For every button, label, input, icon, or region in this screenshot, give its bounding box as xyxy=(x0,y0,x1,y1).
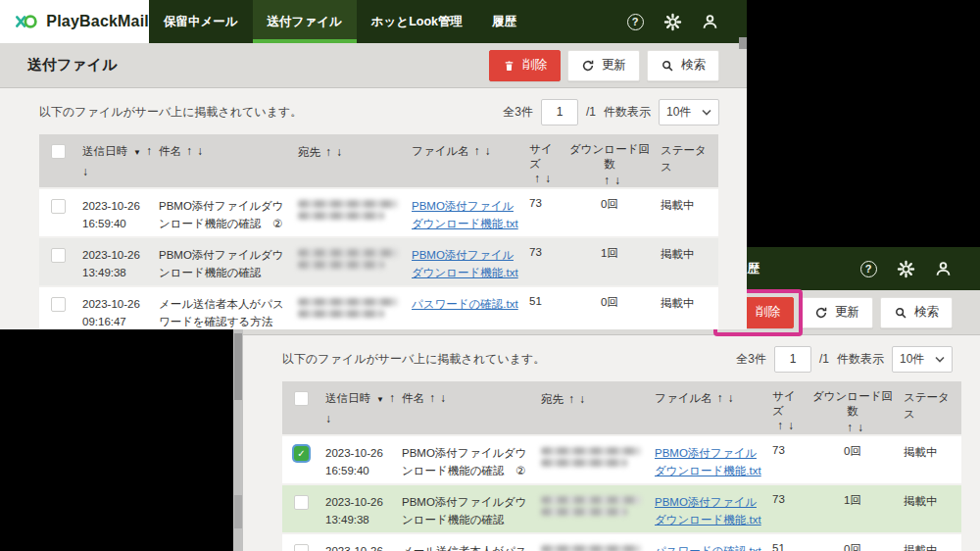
refresh-button[interactable]: 更新 xyxy=(801,297,873,328)
sort-asc-icon[interactable]: ↑ xyxy=(186,144,192,158)
table-row: 2023-10-26 09:16:47 メール送信者本人がパスワードを確認する方… xyxy=(282,534,961,551)
row-checkbox[interactable] xyxy=(51,248,66,263)
sort-asc-icon[interactable]: ↑ xyxy=(568,392,574,406)
col-header-subject: 件名↑↓ xyxy=(159,142,298,161)
table-row: 2023-10-26 13:49:38 PBMO添付ファイルダウンロード機能の確… xyxy=(282,485,961,532)
sort-desc-icon[interactable]: ↓ xyxy=(440,391,446,405)
cell-subject: メール送信者本人がパスワードを確認する方法 xyxy=(159,295,298,329)
sort-asc-icon[interactable]: ↑ xyxy=(389,391,395,405)
delete-button[interactable]: 削除 xyxy=(489,50,561,81)
sort-asc-icon[interactable]: ↑ xyxy=(847,421,853,434)
help-icon[interactable]: ? xyxy=(858,259,878,278)
sort-desc-icon[interactable]: ↓ xyxy=(545,172,551,185)
cell-subject: PBMO添付ファイルダウンロード機能の確認 xyxy=(402,493,541,529)
file-link[interactable]: PBMO添付ファイルダウンロード機能.txt xyxy=(655,496,761,526)
sort-asc-icon[interactable]: ↑ xyxy=(474,144,480,158)
search-button[interactable]: 検索 xyxy=(880,297,953,328)
sort-desc-icon[interactable]: ↓ xyxy=(728,391,734,405)
file-link[interactable]: パスワードの確認.txt xyxy=(655,545,761,551)
cell-status: 掲載中 xyxy=(661,246,718,263)
col-header-recipient: 宛先↑↓ xyxy=(298,142,412,160)
col-header-filename: ファイル名↑↓ xyxy=(412,142,529,161)
trash-icon xyxy=(503,59,515,73)
file-link[interactable]: パスワードの確認.txt xyxy=(412,298,518,310)
col-header-size: サイズ↑↓ xyxy=(529,142,564,185)
intro-text: 以下のファイルがサーバ上に掲載されています。 xyxy=(282,351,545,368)
cell-sent-datetime: 2023-10-26 09:16:47 xyxy=(325,542,402,551)
page-number-input[interactable] xyxy=(774,346,811,373)
gear-icon[interactable] xyxy=(662,12,682,31)
row-checkbox[interactable] xyxy=(294,495,309,510)
cell-size: 73 xyxy=(529,246,564,258)
file-link[interactable]: PBMO添付ファイルダウンロード機能.txt xyxy=(655,447,761,476)
sort-asc-icon[interactable]: ↑ xyxy=(604,174,610,187)
refresh-icon xyxy=(814,306,828,320)
cell-downloads: 0回 xyxy=(564,197,661,212)
scrollbar-thumb[interactable] xyxy=(234,495,242,528)
row-checkbox[interactable] xyxy=(51,297,66,312)
sort-desc-icon[interactable]: ↓ xyxy=(788,419,794,432)
col-header-filename: ファイル名↑↓ xyxy=(655,389,772,408)
per-page-select[interactable]: 10件 xyxy=(892,346,953,373)
cell-sent-datetime: 2023-10-26 13:49:38 xyxy=(82,246,159,282)
sort-asc-icon[interactable]: ↑ xyxy=(777,419,783,432)
cell-status: 掲載中 xyxy=(661,197,718,214)
gear-icon[interactable] xyxy=(896,259,915,278)
cell-subject: PBMO添付ファイルダウンロード機能の確認 ② xyxy=(159,197,298,233)
tab-hotlook[interactable]: ホッとLook管理 xyxy=(357,0,477,43)
sort-desc-icon[interactable]: ↓ xyxy=(858,421,863,434)
search-button[interactable]: 検索 xyxy=(647,50,719,81)
help-icon[interactable]: ? xyxy=(625,12,645,31)
total-count: 全3件 xyxy=(503,104,533,121)
select-all-checkbox[interactable] xyxy=(294,391,309,406)
tab-pending-mail[interactable]: 保留中メール xyxy=(149,0,253,43)
file-link[interactable]: PBMO添付ファイルダウンロード機能.txt xyxy=(412,200,518,229)
row-checkbox-checked[interactable]: ✓ xyxy=(294,446,309,461)
col-header-status: ステータス xyxy=(661,142,718,176)
sort-desc-icon[interactable]: ↓ xyxy=(614,174,620,187)
brand-logo-icon xyxy=(14,11,39,32)
sort-desc-icon[interactable]: ↓ xyxy=(336,145,342,159)
sort-asc-icon[interactable]: ↑ xyxy=(325,145,331,159)
refresh-icon xyxy=(581,59,595,73)
cell-size: 73 xyxy=(529,197,564,209)
col-header-size: サイズ↑↓ xyxy=(772,389,808,432)
table-row: 2023-10-26 09:16:47 メール送信者本人がパスワードを確認する方… xyxy=(39,287,718,329)
sort-desc-icon[interactable]: ↓ xyxy=(197,144,203,158)
cell-size: 73 xyxy=(772,444,808,456)
cell-sent-datetime: 2023-10-26 09:16:47 xyxy=(82,295,159,329)
cell-downloads: 0回 xyxy=(564,295,661,310)
select-all-checkbox[interactable] xyxy=(51,144,66,159)
refresh-button[interactable]: 更新 xyxy=(567,50,640,81)
cell-recipient-redacted xyxy=(298,246,412,269)
scrollbar-thumb[interactable] xyxy=(739,37,747,49)
row-checkbox[interactable] xyxy=(294,544,309,551)
sort-desc-icon[interactable]: ↓ xyxy=(485,144,491,158)
cell-status: 掲載中 xyxy=(904,493,961,510)
sort-desc-icon[interactable]: ↓ xyxy=(325,412,331,426)
sort-desc-icon[interactable]: ↓ xyxy=(82,165,88,178)
user-icon[interactable] xyxy=(700,12,719,31)
scrollbar-thumb[interactable] xyxy=(234,333,242,400)
sort-asc-icon[interactable]: ↑ xyxy=(717,391,723,405)
screenshot-main: PlayBackMail 保留中メール 送付ファイル ホッとLook管理 履歴 … xyxy=(0,0,747,329)
sort-asc-icon[interactable]: ↑ xyxy=(146,144,152,158)
file-link[interactable]: PBMO添付ファイルダウンロード機能.txt xyxy=(412,249,518,278)
tab-history[interactable]: 履歴 xyxy=(477,0,531,43)
per-page-select[interactable]: 10件 xyxy=(659,99,719,125)
per-page-label: 件数表示 xyxy=(604,104,651,121)
page-header: 送付ファイル 削除 更新 検索 xyxy=(0,43,747,88)
row-checkbox[interactable] xyxy=(51,199,66,214)
cell-downloads: 1回 xyxy=(564,246,661,261)
page-title: 送付ファイル xyxy=(27,56,117,75)
page-number-input[interactable] xyxy=(541,99,578,125)
user-icon[interactable] xyxy=(933,259,953,278)
sort-asc-icon[interactable]: ↑ xyxy=(429,391,435,405)
col-header-downloads: ダウンロード回数↑↓ xyxy=(564,142,661,187)
sort-current-icon: ▼ xyxy=(376,395,384,404)
table-row: 2023-10-26 16:59:40 PBMO添付ファイルダウンロード機能の確… xyxy=(39,189,718,236)
sort-asc-icon[interactable]: ↑ xyxy=(534,172,540,185)
tab-sent-files[interactable]: 送付ファイル xyxy=(253,0,357,43)
sort-desc-icon[interactable]: ↓ xyxy=(579,392,585,406)
chevron-down-icon xyxy=(702,109,711,116)
